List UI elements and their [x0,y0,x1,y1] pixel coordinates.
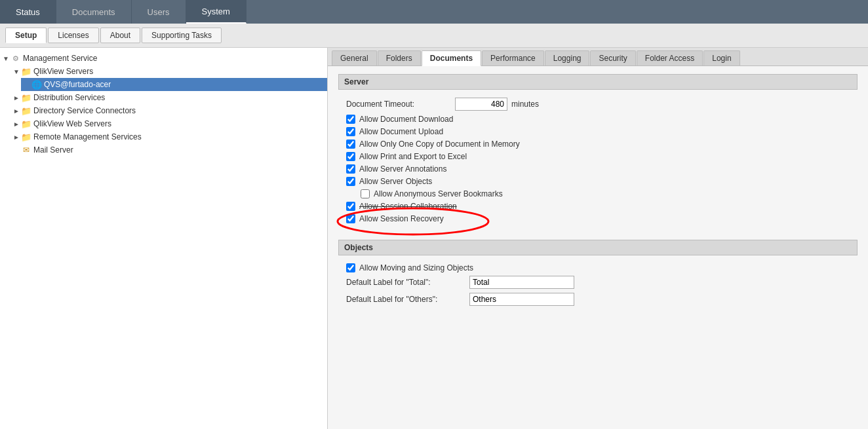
checkbox-allow-session-collab[interactable] [346,202,355,211]
expand-icon-qvs [24,81,30,88]
check-allow-anon-bookmarks: Allow Anonymous Server Bookmarks [361,189,850,198]
check-allow-download: Allow Document Download [346,115,850,124]
expand-icon-web: ► [13,121,20,128]
expand-icon-mail [13,147,20,154]
total-label-label: Default Label for "Total": [346,278,464,287]
checkbox-allow-print-export[interactable] [346,152,355,161]
tree-remote-management-services[interactable]: ► 📁 Remote Management Services [10,130,327,143]
tree-panel: ▼ ⚙ Management Service ▼ 📁 QlikView Serv… [0,48,328,429]
others-label-label: Default Label for "Others": [346,295,464,304]
tree-directory-service-connectors[interactable]: ► 📁 Directory Service Connectors [10,104,327,117]
tab-users[interactable]: Users [132,0,186,24]
objects-section-header: Objects [338,240,858,255]
check-allow-session-collab: Allow Session Collaboration [346,202,850,211]
check-allow-one-copy: Allow Only One Copy of Document in Memor… [346,140,850,149]
server-section-header: Server [338,74,858,90]
check-allow-print-export: Allow Print and Export to Excel [346,152,850,161]
label-allow-moving-sizing: Allow Moving and Sizing Objects [359,263,473,272]
tab-system[interactable]: System [186,0,247,24]
content-area: Server Document Timeout: minutes Allow D… [328,66,868,331]
expand-icon-dir: ► [13,107,20,115]
checkbox-allow-moving-sizing[interactable] [346,263,355,272]
globe-icon-qvs: 🌐 [31,79,42,90]
tab-status[interactable]: Status [0,0,56,24]
check-allow-upload: Allow Document Upload [346,127,850,136]
check-allow-server-objects: Allow Server Objects [346,177,850,186]
label-allow-print-export: Allow Print and Export to Excel [359,152,467,161]
tab-documents-top[interactable]: Documents [56,0,132,24]
checkbox-allow-annotations[interactable] [346,164,355,174]
server-section-body: Document Timeout: minutes Allow Document… [338,95,858,229]
folder-icon-rms: 📁 [21,132,31,142]
tab-folder-access[interactable]: Folder Access [637,50,703,65]
server-section: Server Document Timeout: minutes Allow D… [338,74,858,229]
tree-qlikview-web-servers[interactable]: ► 📁 QlikView Web Servers [10,117,327,130]
document-timeout-input[interactable] [455,98,507,111]
btn-licenses[interactable]: Licenses [48,28,98,43]
content-tab-bar: General Folders Documents Performance Lo… [328,48,868,66]
expand-icon-dist: ► [13,94,20,102]
label-allow-session-collab: Allow Session Collaboration [359,202,457,211]
document-timeout-unit: minutes [511,100,539,109]
checkbox-allow-session-recovery[interactable] [346,214,355,223]
tab-documents[interactable]: Documents [422,50,481,66]
expand-icon-servers: ▼ [13,68,20,75]
tree-distribution-services[interactable]: ► 📁 Distribution Services [10,91,327,104]
others-label-row: Default Label for "Others": [346,293,850,306]
checkbox-allow-server-objects[interactable] [346,177,355,186]
expand-icon-rms: ► [13,134,20,141]
top-navigation: Status Documents Users System [0,0,868,24]
check-allow-session-recovery: Allow Session Recovery [346,214,444,223]
folder-icon-web: 📁 [21,119,31,129]
folder-icon-dir: 📁 [21,105,31,116]
tree-qlikview-servers[interactable]: ▼ 📁 QlikView Servers [10,65,327,78]
checkbox-allow-download[interactable] [346,115,355,124]
right-panel: General Folders Documents Performance Lo… [328,48,868,429]
others-label-input[interactable] [469,293,574,306]
label-allow-one-copy: Allow Only One Copy of Document in Memor… [359,140,520,149]
check-allow-moving-sizing: Allow Moving and Sizing Objects [346,263,850,272]
management-service-icon: ⚙ [10,53,21,64]
tree-root-management-service[interactable]: ▼ ⚙ Management Service [0,52,327,65]
label-allow-upload: Allow Document Upload [359,127,443,136]
folder-icon-servers: 📁 [21,66,31,77]
tab-folders[interactable]: Folders [378,50,421,65]
btn-supporting-tasks[interactable]: Supporting Tasks [142,28,222,43]
document-timeout-row: Document Timeout: minutes [346,98,850,111]
tab-security[interactable]: Security [590,50,635,65]
checkbox-allow-upload[interactable] [346,127,355,136]
total-label-input[interactable] [469,276,574,289]
label-allow-annotations: Allow Server Annotations [359,164,446,174]
expand-icon: ▼ [3,55,9,62]
folder-icon-dist: 📁 [21,92,31,103]
check-allow-annotations: Allow Server Annotations [346,164,850,174]
main-layout: ▼ ⚙ Management Service ▼ 📁 QlikView Serv… [0,48,868,429]
btn-about[interactable]: About [100,28,140,43]
objects-section: Objects Allow Moving and Sizing Objects … [338,240,858,312]
btn-setup[interactable]: Setup [5,28,47,43]
label-allow-anon-bookmarks: Allow Anonymous Server Bookmarks [374,189,503,198]
tab-general[interactable]: General [332,50,377,65]
checkbox-allow-one-copy[interactable] [346,140,355,149]
checkbox-allow-anon-bookmarks[interactable] [361,189,370,198]
secondary-navigation: Setup Licenses About Supporting Tasks [0,24,868,48]
label-allow-download: Allow Document Download [359,115,453,124]
tree-mail-server[interactable]: ✉ Mail Server [10,143,327,157]
tab-performance[interactable]: Performance [482,50,544,65]
total-label-row: Default Label for "Total": [346,276,850,289]
mail-icon: ✉ [21,145,31,155]
label-allow-server-objects: Allow Server Objects [359,177,432,186]
tab-logging[interactable]: Logging [545,50,590,65]
objects-section-body: Allow Moving and Sizing Objects Default … [338,261,858,312]
document-timeout-label: Document Timeout: [346,100,451,109]
tab-login[interactable]: Login [703,50,740,65]
tree-qvs-furtado-acer[interactable]: 🌐 QVS@furtado-acer [21,78,327,91]
label-allow-session-recovery: Allow Session Recovery [359,214,444,223]
